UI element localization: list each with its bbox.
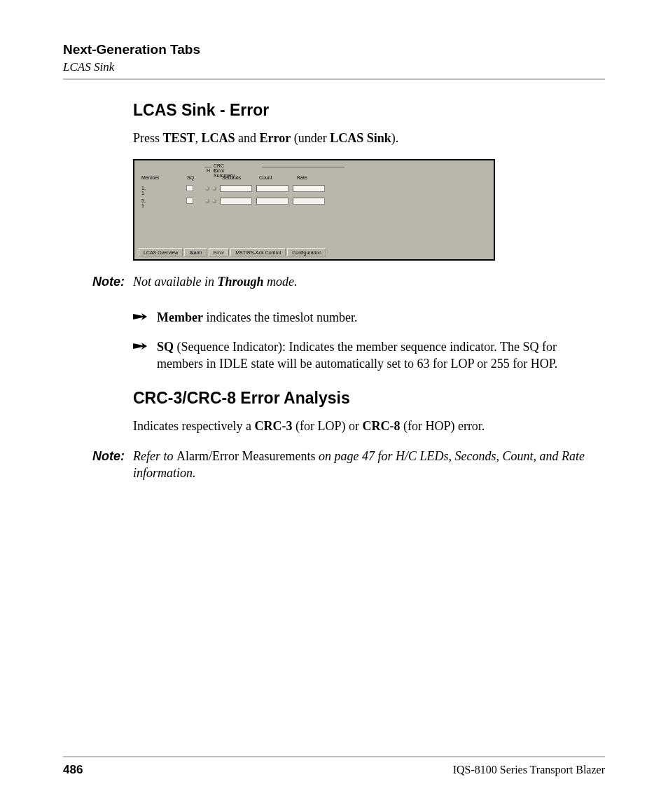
tab-alarm[interactable]: Alarm — [184, 248, 207, 256]
note-through-mode: Note: Not available in Through mode. — [63, 273, 605, 290]
col-count: Count — [259, 175, 272, 180]
note-text: Refer to — [133, 449, 176, 463]
groupbox-line — [262, 167, 345, 167]
tabs-row: LCAS Overview Alarm Error MST/RS-Ack Con… — [139, 248, 326, 256]
kw-crc3: CRC-3 — [254, 419, 292, 433]
text: indicates the timeslot number. — [203, 310, 357, 324]
col-h: H — [207, 168, 210, 173]
tab-mst-rs-ack-control[interactable]: MST/RS-Ack Control — [230, 248, 286, 256]
note-label: Note: — [63, 273, 133, 290]
note-bold: Through — [218, 275, 264, 289]
header-chapter-title: Next-Generation Tabs — [63, 42, 605, 57]
term-member: Member — [157, 310, 203, 324]
page-number: 486 — [63, 763, 83, 777]
col-rate: Rate — [297, 175, 307, 180]
col-member: Member — [141, 175, 160, 180]
col-sq: SQ — [187, 175, 194, 180]
h-led-icon — [205, 186, 209, 191]
c-led-icon — [212, 199, 216, 203]
header-section-name: LCAS Sink — [63, 60, 605, 74]
seconds-field — [220, 198, 252, 205]
section-heading-crc-analysis: CRC-3/CRC-8 Error Analysis — [133, 389, 560, 408]
h-led-icon — [205, 199, 209, 203]
text: Press — [133, 131, 163, 145]
tab-configuration[interactable]: Configuration — [287, 248, 326, 256]
count-field — [256, 198, 288, 205]
tab-error[interactable]: Error — [209, 248, 230, 256]
rate-field — [293, 185, 325, 192]
product-name: IQS-8100 Series Transport Blazer — [453, 764, 605, 776]
note-ref: Alarm/Error Measurements — [176, 449, 315, 463]
text: (for LOP) or — [292, 419, 362, 433]
page-footer: 486 IQS-8100 Series Transport Blazer — [63, 756, 605, 777]
kw-crc8: CRC-8 — [362, 419, 400, 433]
col-c: C — [214, 168, 217, 173]
tab-lcas-overview[interactable]: LCAS Overview — [139, 248, 183, 256]
text: (for HOP) error. — [400, 419, 485, 433]
count-field — [256, 185, 288, 192]
press-instruction: Press TEST, LCAS and Error (under LCAS S… — [133, 130, 560, 146]
col-seconds: Seconds — [222, 175, 241, 180]
kw-lcas-sink: LCAS Sink — [330, 131, 391, 145]
kw-lcas: LCAS — [202, 131, 235, 145]
groupbox-line — [204, 167, 211, 167]
note-label: Note: — [63, 448, 133, 465]
bullet-arrow-icon — [133, 338, 157, 351]
list-item: SQ (Sequence Indicator): Indicates the m… — [133, 338, 560, 373]
text: Indicates respectively a — [133, 419, 254, 433]
lcas-sink-error-panel: CRC Error Summary H C Member SQ Seconds … — [133, 159, 495, 261]
list-item: Member indicates the timeslot number. — [133, 309, 560, 326]
section-heading-lcas-sink-error: LCAS Sink - Error — [133, 101, 560, 120]
header-rule — [63, 78, 605, 80]
text: and — [235, 131, 260, 145]
c-led-icon — [212, 186, 216, 191]
seconds-field — [220, 185, 252, 192]
text: (under — [291, 131, 330, 145]
rate-field — [293, 198, 325, 205]
kw-error: Error — [260, 131, 291, 145]
note-text: Not available in — [133, 275, 218, 289]
kw-test: TEST — [163, 131, 195, 145]
note-text: mode. — [264, 275, 298, 289]
cell-member: 1, 1 — [141, 186, 146, 195]
text: ). — [391, 131, 399, 145]
text: (Sequence Indicator): Indicates the memb… — [157, 340, 557, 371]
term-sq: SQ — [157, 340, 174, 354]
cell-member: 5, 1 — [141, 198, 146, 208]
sq-indicator — [186, 198, 193, 204]
bullet-arrow-icon — [133, 309, 157, 322]
sq-indicator — [186, 185, 193, 191]
text: , — [195, 131, 202, 145]
note-alarm-error-ref: Note: Refer to Alarm/Error Measurements … — [63, 448, 605, 482]
crc-analysis-paragraph: Indicates respectively a CRC-3 (for LOP)… — [133, 418, 560, 434]
